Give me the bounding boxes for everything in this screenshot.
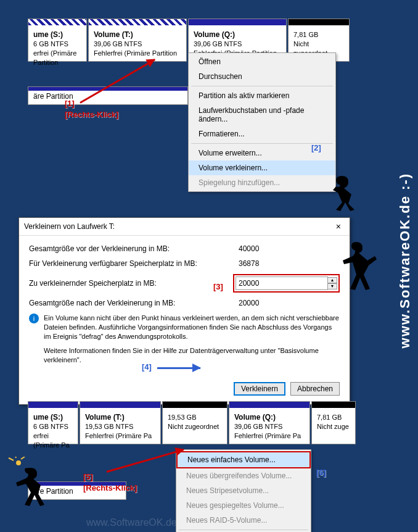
anno-3: [3] <box>213 282 223 291</box>
footer-label: äre Partition <box>33 487 73 496</box>
cancel-button[interactable]: Abbrechen <box>290 382 340 396</box>
partition-size: 7,81 GB <box>293 30 344 39</box>
menu-open[interactable]: Öffnen <box>189 54 335 69</box>
disk-footer: äre Partition <box>28 86 188 105</box>
partition-status: Fehlerfrei (Primäre Partition <box>94 49 181 58</box>
shrink-button[interactable]: Verkleinern <box>234 382 285 396</box>
label-shrink: Zu verkleinernder Speicherplatz in MB: <box>29 279 233 288</box>
arrow-4 <box>157 367 200 369</box>
partition-size: 39,06 GB NTFS <box>94 39 181 49</box>
menu-separator <box>191 86 333 86</box>
partition-size: 39,06 GB NTFS <box>194 39 281 49</box>
menu-mark-active[interactable]: Partition als aktiv markieren <box>189 88 335 103</box>
context-menu-partition: Öffnen Durchsuchen Partition als aktiv m… <box>188 52 336 192</box>
partition-size: 6 GB NTFS <box>33 422 73 431</box>
value-avail: 36878 <box>235 259 340 268</box>
partition-size: 39,06 GB NTFS <box>234 422 305 431</box>
spinner-down[interactable]: ▼ <box>327 283 337 289</box>
anno-5-label: [Rechts-Klick] <box>83 483 137 493</box>
menu-new-raid5-volume: Neues RAID-5-Volume... <box>176 513 311 528</box>
value-after: 20000 <box>235 299 340 307</box>
partition-title: Volume (T:) <box>85 413 155 422</box>
partition-status: Fehlerfrei (Primäre Pa <box>85 431 155 441</box>
menu-separator <box>179 530 308 530</box>
label-after: Gesamtgröße nach der Verkleinerung in MB… <box>29 299 235 307</box>
menu-change-letter[interactable]: Laufwerkbuchstaben und -pfade ändern... <box>189 103 335 127</box>
info-text-1: Ein Volume kann nicht über den Punkt hin… <box>44 314 340 341</box>
anno-4: [4] <box>142 362 152 372</box>
partition-s[interactable]: ume (S:) 6 GB NTFS erfrei (Primäre Pa <box>28 401 78 444</box>
spinner-up[interactable]: ▲ <box>327 277 337 283</box>
shrink-amount-input[interactable] <box>236 276 328 290</box>
svg-point-0 <box>16 460 21 465</box>
anno-5: [5] <box>83 472 93 481</box>
partition-title: ume (S:) <box>33 30 81 39</box>
label-total: Gesamtgröße vor der Verkleinerung in MB: <box>29 244 235 253</box>
partition-unallocated-new[interactable]: 19,53 GB Nicht zugeordnet <box>162 401 227 444</box>
anno-6: [6] <box>316 468 326 477</box>
anno-1-label: [Rechts-Klick] <box>65 110 118 119</box>
value-total: 40000 <box>235 244 340 253</box>
partition-status: erfrei (Primäre Partition <box>33 49 81 67</box>
partition-title: Volume (Q:) <box>194 30 281 39</box>
arrow-5 <box>107 449 184 473</box>
partition-status: Nicht zuge <box>317 422 350 431</box>
menu-format[interactable]: Formatieren... <box>189 127 335 141</box>
partition-size: 6 GB NTFS <box>33 39 81 49</box>
watermark: www.SoftwareOK.de :-) <box>86 517 189 528</box>
partition-title: Volume (Q:) <box>234 413 305 422</box>
menu-shrink-volume[interactable]: Volume verkleinern... <box>189 160 335 175</box>
menu-add-mirror: Spiegelung hinzufügen... <box>189 175 335 190</box>
close-button[interactable]: × <box>332 222 345 231</box>
dialog-title: Verkleinern von Laufwerk T: <box>24 222 115 231</box>
partition-q[interactable]: Volume (Q:) 39,06 GB NTFS Fehlerfrei (Pr… <box>229 401 310 444</box>
partition-t[interactable]: Volume (T:) 39,06 GB NTFS Fehlerfrei (Pr… <box>88 19 187 62</box>
partition-status: erfrei (Primäre Pa <box>33 431 73 450</box>
info-icon: i <box>29 314 39 323</box>
menu-new-simple-volume[interactable]: Neues einfaches Volume... <box>176 451 311 468</box>
menu-new-striped-volume: Neues Stripesetvolume... <box>176 483 311 498</box>
partition-size: 19,53 GB NTFS <box>85 422 155 431</box>
anno-2: [2] <box>311 143 321 152</box>
menu-new-mirrored-volume: Neues gespiegeltes Volume... <box>176 498 311 513</box>
partition-size: 19,53 GB <box>168 413 222 422</box>
anno-1: [1] <box>65 99 75 108</box>
brand-vertical: www.SoftwareOK.de :-) <box>397 173 413 348</box>
partition-unallocated[interactable]: 7,81 GB Nicht zuge <box>311 401 356 444</box>
partition-s[interactable]: ume (S:) 6 GB NTFS erfrei (Primäre Parti… <box>28 19 87 62</box>
partition-status: Nicht zugeordnet <box>168 422 222 431</box>
partition-t[interactable]: Volume (T:) 19,53 GB NTFS Fehlerfrei (Pr… <box>80 401 161 444</box>
menu-browse[interactable]: Durchsuchen <box>189 69 335 84</box>
partition-status: Fehlerfrei (Primäre Pa <box>234 431 305 441</box>
label-avail: Für Verkleinerung verfügbarer Speicherpl… <box>29 259 235 268</box>
partition-title: Volume (T:) <box>94 30 181 39</box>
shrink-dialog: Verkleinern von Laufwerk T: × Gesamtgröß… <box>18 217 350 405</box>
info-text-2: Weitere Informationen finden Sie in der … <box>44 346 340 365</box>
partition-title: ume (S:) <box>33 413 73 422</box>
partition-size: 7,81 GB <box>317 413 350 422</box>
menu-new-spanned-volume: Neues übergreifendes Volume... <box>176 468 311 483</box>
context-menu-unallocated: Neues einfaches Volume... Neues übergrei… <box>176 449 311 532</box>
